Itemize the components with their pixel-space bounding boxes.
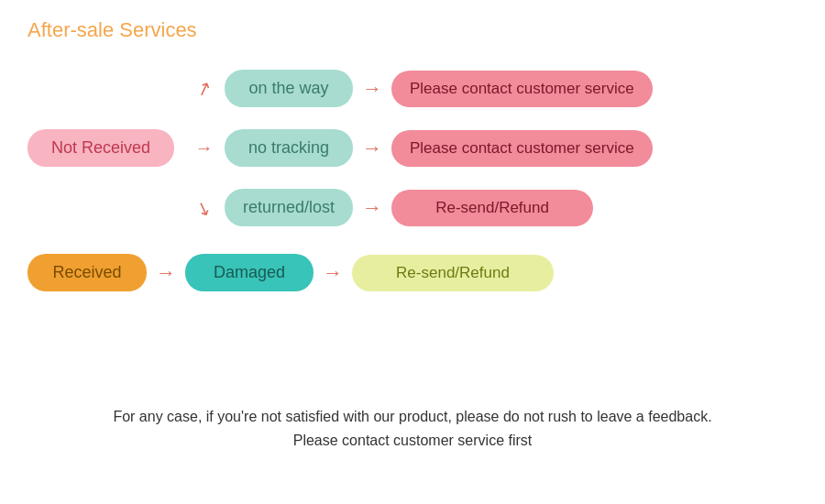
footer-line1: For any case, if you're not satisfied wi… [28, 409, 798, 425]
no-tracking-badge: no tracking [225, 129, 353, 167]
contact-service-badge-1: Please contact customer service [391, 71, 653, 107]
diagonal-arrow-up: ↗ [181, 71, 226, 106]
received-badge: Received [28, 254, 147, 291]
received-section: Received Damaged Re-send/Refund [28, 254, 798, 291]
diagonal-arrow-down: ↘ [181, 191, 226, 225]
footer: For any case, if you're not satisfied wi… [28, 409, 798, 449]
resend-refund-red-badge: Re-send/Refund [391, 190, 593, 226]
arrow-1 [362, 77, 382, 101]
branch-row-2: → no tracking Please contact customer se… [183, 129, 653, 167]
branch-group: ↗ on the way Please contact customer ser… [183, 70, 653, 226]
branch-row-3: ↘ returned/lost Re-send/Refund [183, 189, 653, 226]
arrow-received [156, 261, 176, 285]
resend-refund-green-badge: Re-send/Refund [352, 255, 554, 291]
on-the-way-badge: on the way [225, 70, 353, 107]
not-received-badge: Not Received [28, 129, 174, 167]
branch-row-1: ↗ on the way Please contact customer ser… [183, 70, 653, 107]
not-received-section: Not Received ↗ on the way Please contact… [28, 70, 798, 226]
page-title: After-sale Services [28, 18, 798, 42]
arrow-3 [362, 196, 382, 220]
arrow-2 [362, 137, 382, 160]
footer-line2: Please contact customer service first [28, 433, 798, 449]
arrow-right-2: → [183, 137, 225, 159]
page: After-sale Services Not Received ↗ on th… [0, 0, 825, 504]
returned-lost-badge: returned/lost [225, 189, 353, 226]
damaged-badge: Damaged [185, 254, 314, 291]
contact-service-badge-2: Please contact customer service [391, 130, 653, 167]
arrow-damaged [323, 261, 343, 285]
